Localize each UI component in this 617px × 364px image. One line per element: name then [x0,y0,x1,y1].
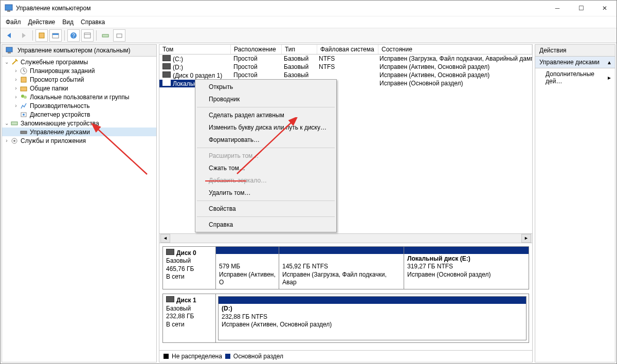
chevron-right-icon: ▸ [608,74,611,81]
ctx-explorer[interactable]: Проводник [196,93,335,105]
scroll-left-icon[interactable]: ◄ [160,234,170,243]
ctx-change-letter[interactable]: Изменить букву диска или путь к диску… [196,121,335,134]
svg-rect-20 [11,122,17,125]
svg-rect-21 [21,131,27,134]
storage-icon [10,119,19,128]
device-icon [20,111,28,119]
volume-row[interactable]: (D:)ПростойБазовыйNTFSИсправен (Активен,… [159,63,532,71]
svg-rect-12 [8,52,11,53]
svg-rect-11 [6,47,12,52]
legend-primary-icon [225,354,230,359]
tree-disk-mgmt[interactable]: ›Управление дисками [2,128,156,136]
toolbar-btn-2[interactable] [49,29,62,42]
tree-storage[interactable]: ⌄Запоминающие устройства [2,119,156,128]
actions-section[interactable]: Управление дисками▴ [535,57,615,68]
tools-icon [10,58,19,66]
close-button[interactable]: ✕ [593,1,616,16]
services-icon [10,137,19,145]
ctx-make-active[interactable]: Сделать раздел активным [196,109,335,121]
col-type[interactable]: Тип [282,45,317,54]
col-layout[interactable]: Расположение [231,45,282,54]
tree-users-groups[interactable]: ›Локальные пользователи и группы [2,93,156,101]
svg-rect-2 [39,33,44,38]
h-scrollbar[interactable]: ◄ ► [159,233,532,243]
ctx-delete-volume[interactable]: Удалить том… [196,187,335,199]
toolbar: ? [1,28,616,43]
menu-help[interactable]: Справка [81,19,105,26]
tree-header: Управление компьютером (локальным) [2,45,156,57]
scroll-right-icon[interactable]: ► [521,234,531,243]
disk1-partition-d[interactable]: (D:) 232,88 ГБ NTFS Исправен (Активен, О… [218,296,527,340]
volume-row[interactable]: (C:)ПростойБазовыйNTFSИсправен (Загрузка… [159,54,532,63]
menu-file[interactable]: Файл [6,19,21,26]
menu-action[interactable]: Действие [28,19,56,26]
volume-header: Том Расположение Тип Файловая система Со… [159,45,532,54]
forward-button[interactable] [17,29,30,42]
ctx-extend: Расширить том… [196,150,335,162]
help-icon[interactable]: ? [67,29,80,42]
disk-map-area: Диск 0 Базовый 465,76 ГБ В сети 579 МБ И… [159,243,532,350]
tree-performance[interactable]: ›Производительность [2,101,156,110]
minimize-button[interactable]: ─ [546,1,569,16]
clock-icon [20,67,28,75]
computer-icon [5,46,13,54]
folder-icon [20,84,28,93]
disk0-partition-0[interactable]: 579 МБ Исправен (Активен, О [216,247,279,289]
annotation-underline [205,180,246,181]
disk-0-info[interactable]: Диск 0 Базовый 465,76 ГБ В сети [163,247,216,289]
actions-more[interactable]: Дополнительные дей…▸ [535,68,615,87]
svg-rect-14 [21,77,26,82]
tree-shared-folders[interactable]: ›Общие папки [2,84,156,93]
collapse-icon: ▴ [608,59,611,66]
tree-event-viewer[interactable]: ›Просмотр событий [2,75,156,84]
legend: Не распределена Основной раздел [159,350,532,362]
svg-rect-4 [52,33,59,35]
ctx-shrink[interactable]: Сжать том… [196,162,335,174]
col-volume[interactable]: Том [159,45,231,54]
perf-icon [20,102,28,110]
tree-device-mgr[interactable]: ›Диспетчер устройств [2,110,156,119]
volume-row[interactable]: (Диск 0 раздел 1)ПростойБазовыйИсправен … [159,71,532,79]
svg-rect-15 [21,87,27,91]
event-icon [20,76,28,84]
menu-view[interactable]: Вид [62,19,74,26]
svg-rect-10 [117,34,122,38]
ctx-format[interactable]: Форматировать… [196,134,335,146]
maximize-button[interactable]: ☐ [569,1,593,16]
tree-root-label[interactable]: Управление компьютером (локальным) [17,47,131,54]
disk-1-info[interactable]: Диск 1 Базовый 232,88 ГБ В сети [163,294,216,342]
svg-rect-0 [5,5,12,10]
back-button[interactable] [4,29,16,42]
disk-icon [20,128,28,136]
disk0-partition-e[interactable]: Локальный диск (E:) 319,27 ГБ NTFS Испра… [404,247,529,289]
svg-point-19 [23,114,25,116]
titlebar: Управление компьютером ─ ☐ ✕ [1,1,616,16]
tree-task-scheduler[interactable]: ›Планировщик заданий [2,66,156,75]
legend-unallocated-icon [164,354,169,359]
ctx-open[interactable]: Открыть [196,81,335,93]
toolbar-btn-5[interactable] [99,29,112,42]
tree-services[interactable]: ›Службы и приложения [2,136,156,145]
disk-1-row: Диск 1 Базовый 232,88 ГБ В сети (D:) 232… [162,294,529,343]
col-fs[interactable]: Файловая система [317,45,378,54]
svg-point-23 [13,140,15,142]
disk-0-row: Диск 0 Базовый 465,76 ГБ В сети 579 МБ И… [162,246,529,289]
menubar: Файл Действие Вид Справка [1,16,616,28]
svg-rect-7 [84,33,90,38]
actions-header: Действия [535,45,615,57]
ctx-help[interactable]: Справка [196,219,335,231]
col-status[interactable]: Состояние [378,45,532,54]
app-icon [5,4,13,12]
disk0-partition-c[interactable]: 145,92 ГБ NTFS Исправен (Загрузка, Файл … [279,247,404,289]
tree-system-tools[interactable]: ⌄Служебные программы [2,58,156,66]
ctx-properties[interactable]: Свойства [196,203,335,215]
tree-pane: Управление компьютером (локальным) ⌄Служ… [2,44,157,362]
svg-rect-9 [102,34,108,37]
window-title: Управление компьютером [16,5,546,12]
toolbar-btn-4[interactable] [81,29,94,42]
svg-text:?: ? [72,33,75,39]
svg-point-17 [24,96,27,99]
actions-pane: Действия Управление дисками▴ Дополнитель… [535,44,615,362]
toolbar-btn-1[interactable] [35,29,48,42]
toolbar-btn-6[interactable] [113,29,125,42]
